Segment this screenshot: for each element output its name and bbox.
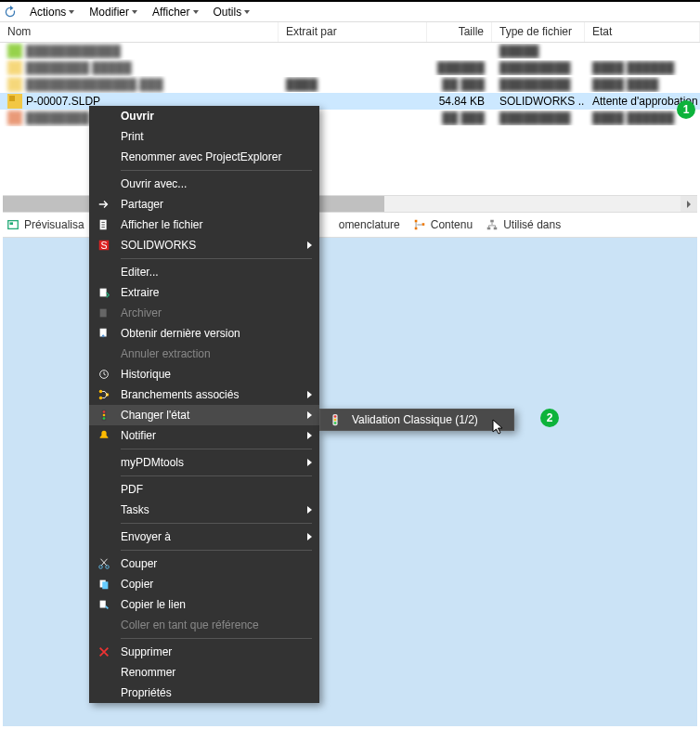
svg-rect-25 — [102, 581, 108, 589]
bell-icon — [97, 428, 111, 443]
cm-label: Changer l'état — [121, 409, 189, 422]
cm-label: Coller en tant que référence — [121, 618, 259, 631]
cm-envoyer[interactable]: Envoyer à — [89, 527, 319, 547]
scrollbar-arrow-right[interactable] — [681, 196, 697, 212]
menu-actions[interactable]: Actions — [24, 4, 80, 20]
cm-solidworks[interactable]: SSOLIDWORKS — [89, 235, 319, 255]
cm-partager[interactable]: Partager — [89, 194, 319, 215]
menu-modifier[interactable]: Modifier — [84, 4, 143, 20]
col-header-etat[interactable]: Etat — [585, 22, 700, 42]
chevron-down-icon — [69, 10, 74, 14]
svg-rect-26 — [100, 601, 106, 608]
cm-proprietes[interactable]: Propriétés — [89, 683, 319, 703]
cm-obtenir[interactable]: Obtenir dernière version — [89, 323, 319, 344]
cm-supprimer[interactable]: Supprimer — [89, 642, 319, 662]
tab-contenu[interactable]: Contenu — [413, 218, 473, 231]
svg-rect-11 — [100, 289, 107, 297]
delete-icon — [97, 644, 111, 659]
svg-rect-1 — [10, 222, 14, 225]
cm-copier-lien[interactable]: Copier le lien — [89, 594, 319, 615]
link-icon — [97, 597, 111, 612]
table-row[interactable]: ████████████ █████ — [0, 43, 700, 59]
cm-ouvrir[interactable]: Ouvrir — [89, 106, 319, 126]
history-icon — [97, 367, 111, 382]
refresh-icon[interactable] — [4, 6, 17, 19]
solidworks-file-icon — [7, 94, 22, 109]
tab-previsualisation[interactable]: Prévisualisa — [6, 218, 84, 231]
col-header-extrait[interactable]: Extrait par — [279, 22, 427, 42]
traffic-light-icon — [97, 408, 111, 423]
cm-label: myPDMtools — [121, 456, 184, 469]
cm-print[interactable]: Print — [89, 126, 319, 147]
callout-badge-1: 1 — [677, 100, 695, 119]
cm-notifier[interactable]: Notifier — [89, 425, 319, 446]
submenu-validation-classique[interactable]: Validation Classique (1/2) — [320, 410, 513, 430]
cm-historique[interactable]: Historique — [89, 364, 319, 384]
chevron-right-icon — [307, 432, 312, 439]
cm-branchements[interactable]: Branchements associés — [89, 384, 319, 405]
menu-outils[interactable]: Outils — [208, 4, 256, 20]
cm-label: Copier — [121, 578, 153, 591]
cm-label: Extraire — [121, 286, 159, 299]
svg-point-29 — [334, 419, 337, 422]
cm-label: Editer... — [121, 266, 159, 279]
context-menu: Ouvrir Print Renommer avec ProjectExplor… — [89, 106, 319, 703]
tab-utilise-dans[interactable]: Utilisé dans — [486, 218, 561, 231]
menu-afficher[interactable]: Afficher — [147, 4, 203, 20]
cm-label: Couper — [121, 557, 157, 570]
table-row[interactable]: ████████ █████ ██████ █████████ ████ ███… — [0, 59, 700, 76]
cm-label: SOLIDWORKS — [121, 239, 196, 252]
cm-editer[interactable]: Editer... — [89, 262, 319, 282]
col-header-type[interactable]: Type de fichier — [492, 22, 585, 42]
cm-renommer-pe[interactable]: Renommer avec ProjectExplorer — [89, 147, 319, 167]
file-icon — [7, 77, 22, 92]
svg-point-22 — [99, 566, 103, 569]
svg-point-23 — [106, 566, 110, 569]
svg-point-20 — [103, 414, 106, 417]
col-header-name[interactable]: Nom — [0, 22, 279, 42]
chevron-right-icon — [307, 506, 312, 514]
svg-rect-3 — [415, 228, 418, 230]
col-header-taille[interactable]: Taille — [427, 22, 492, 42]
svg-rect-4 — [421, 223, 424, 226]
menu-label: Actions — [30, 6, 66, 19]
svg-point-21 — [103, 417, 106, 420]
traffic-light-icon — [328, 412, 343, 427]
tab-label: Utilisé dans — [503, 218, 561, 231]
svg-point-28 — [334, 415, 337, 418]
cm-label: Ouvrir avec... — [121, 177, 187, 190]
callout-badge-2: 2 — [540, 409, 559, 427]
cm-tasks[interactable]: Tasks — [89, 500, 319, 520]
cm-label: Afficher le fichier — [121, 218, 202, 231]
cm-renommer[interactable]: Renommer — [89, 662, 319, 683]
solidworks-icon: S — [97, 238, 111, 253]
cm-extraire[interactable]: Extraire — [89, 282, 319, 303]
chevron-down-icon — [193, 10, 199, 14]
cm-afficher-fichier[interactable]: Afficher le fichier — [89, 215, 319, 235]
cm-coller-ref: Coller en tant que référence — [89, 615, 319, 635]
branch-icon — [97, 387, 111, 402]
svg-point-30 — [334, 422, 337, 424]
separator — [121, 523, 312, 524]
cm-label: Copier le lien — [121, 598, 186, 611]
checkin-icon — [97, 306, 111, 320]
submenu-label: Validation Classique (1/2) — [352, 413, 478, 426]
svg-rect-12 — [100, 309, 107, 318]
chevron-right-icon — [307, 533, 312, 540]
checkout-icon — [97, 285, 111, 300]
cm-changer-etat[interactable]: Changer l'état — [89, 405, 319, 425]
grid-header: Nom Extrait par Taille Type de fichier E… — [0, 22, 700, 43]
cm-mypdmtools[interactable]: myPDMtools — [89, 452, 319, 473]
cm-ouvrir-avec[interactable]: Ouvrir avec... — [89, 174, 319, 194]
table-row[interactable]: ██████████████.███ ████ ██ ███ █████████… — [0, 76, 700, 93]
cm-copier[interactable]: Copier — [89, 574, 319, 594]
svg-text:S: S — [100, 240, 107, 251]
tab-nomenclature[interactable]: omenclature — [339, 218, 400, 231]
cm-label: Notifier — [121, 429, 156, 442]
cm-label: Renommer — [121, 666, 175, 679]
cm-couper[interactable]: Couper — [89, 553, 319, 574]
svg-point-16 — [99, 397, 103, 400]
menubar: Actions Modifier Afficher Outils — [0, 0, 700, 22]
cm-annuler: Annuler extraction — [89, 344, 319, 364]
cm-pdf[interactable]: PDF — [89, 479, 319, 500]
